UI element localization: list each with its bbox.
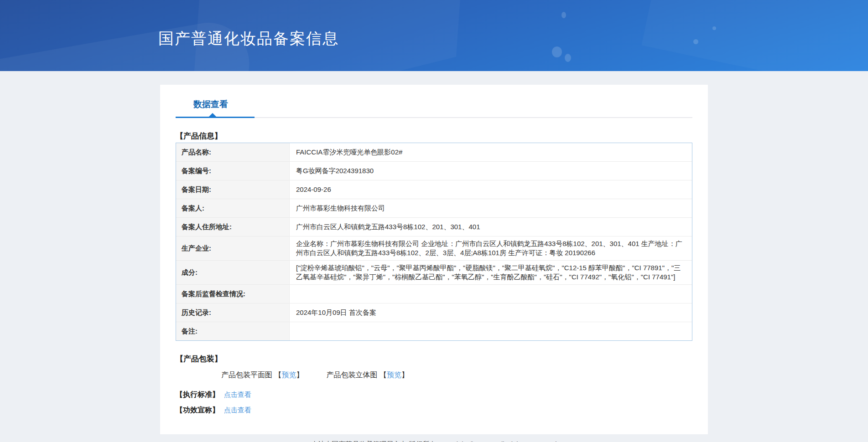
table-row: 备案后监督检查情况: <box>176 284 692 303</box>
row-label: 备注: <box>176 322 289 340</box>
bracket-close: 】 <box>296 371 303 379</box>
table-row: 备案人: 广州市慕彩生物科技有限公司 <box>176 199 692 217</box>
table-row: 备注: <box>176 322 692 340</box>
footer-text: 本站由国家药品监督管理局主办 版权所有 Copyright © NMPA All… <box>311 440 556 442</box>
stereo-packaging-label: 产品包装立体图 <box>326 371 377 379</box>
row-label: 备案人住所地址: <box>176 218 289 236</box>
bracket-close: 】 <box>401 371 409 379</box>
table-row: 备案人住所地址: 广州市白云区人和镇鹤龙五路433号8栋102、201、301、… <box>176 217 692 236</box>
page-title: 国产普通化妆品备案信息 <box>158 28 339 49</box>
bracket-open: 【 <box>274 371 281 379</box>
row-value: FAICCIA霏汐米兜哑光单色眼影02# <box>289 143 692 161</box>
table-row: 产品名称: FAICCIA霏汐米兜哑光单色眼影02# <box>176 143 692 161</box>
row-value: 企业名称：广州市慕彩生物科技有限公司 企业地址：广州市白云区人和镇鹤龙五路433… <box>289 236 692 260</box>
header-decoration-dot <box>565 54 571 62</box>
stereo-packaging-preview-link[interactable]: 预览 <box>387 371 401 379</box>
product-info-table: 产品名称: FAICCIA霏汐米兜哑光单色眼影02# 备案编号: 粤G妆网备字2… <box>176 143 692 341</box>
row-value: 广州市慕彩生物科技有限公司 <box>289 199 692 217</box>
efficacy-claim-view-link[interactable]: 点击查看 <box>224 406 251 415</box>
row-value: ["淀粉辛烯基琥珀酸铝"，"云母"，"聚甲基丙烯酸甲酯"，"硬脂酸镁"，"聚二甲… <box>289 261 692 284</box>
efficacy-claim-title: 【功效宣称】 <box>176 406 219 415</box>
row-label: 备案编号: <box>176 162 289 180</box>
exec-standard-row: 【执行标准】 点击查看 <box>176 390 692 400</box>
row-value: 广州市白云区人和镇鹤龙五路433号8栋102、201、301、401 <box>289 218 692 236</box>
tab-active-arrow-icon <box>208 113 217 117</box>
row-value <box>289 285 692 303</box>
section-product-info-title: 【产品信息】 <box>176 131 692 141</box>
flat-packaging-preview-link[interactable]: 预览 <box>281 371 296 379</box>
table-row: 备案日期: 2024-09-26 <box>176 180 692 199</box>
row-label: 生产企业: <box>176 236 289 260</box>
tab-underline <box>176 117 692 118</box>
bracket-open: 【 <box>379 371 387 379</box>
table-row: 成分: ["淀粉辛烯基琥珀酸铝"，"云母"，"聚甲基丙烯酸甲酯"，"硬脂酸镁"，… <box>176 260 692 284</box>
header-decoration-band <box>641 0 868 71</box>
header-decoration-dot <box>552 46 562 57</box>
exec-standard-title: 【执行标准】 <box>176 390 219 400</box>
page-footer: 本站由国家药品监督管理局主办 版权所有 Copyright © NMPA All… <box>0 440 868 442</box>
row-value: 2024年10月09日 首次备案 <box>289 303 692 322</box>
row-label: 备案日期: <box>176 180 289 199</box>
flat-packaging-group: 产品包装平面图 【预览】 <box>221 370 303 380</box>
row-value: 粤G妆网备字2024391830 <box>289 162 692 180</box>
table-row: 备案编号: 粤G妆网备字2024391830 <box>176 161 692 180</box>
content-card: 数据查看 【产品信息】 产品名称: FAICCIA霏汐米兜哑光单色眼影02# 备… <box>160 85 708 434</box>
tab-bar: 数据查看 <box>176 85 692 118</box>
packaging-links-row: 产品包装平面图 【预览】 产品包装立体图 【预览】 <box>221 370 692 380</box>
header-decoration-dot <box>712 26 716 30</box>
row-label: 成分: <box>176 261 289 284</box>
efficacy-claim-row: 【功效宣称】 点击查看 <box>176 406 692 415</box>
row-label: 产品名称: <box>176 143 289 161</box>
row-value: 2024-09-26 <box>289 180 692 199</box>
header-decoration-dot <box>693 39 698 44</box>
exec-standard-view-link[interactable]: 点击查看 <box>224 391 251 399</box>
flat-packaging-label: 产品包装平面图 <box>221 371 272 379</box>
row-value <box>289 322 692 340</box>
row-label: 备案后监督检查情况: <box>176 285 289 303</box>
row-label: 备案人: <box>176 199 289 217</box>
table-row: 生产企业: 企业名称：广州市慕彩生物科技有限公司 企业地址：广州市白云区人和镇鹤… <box>176 236 692 260</box>
stereo-packaging-group: 产品包装立体图 【预览】 <box>326 370 408 380</box>
section-packaging-title: 【产品包装】 <box>176 354 692 364</box>
page-header: 国产普通化妆品备案信息 <box>0 0 868 71</box>
table-row: 历史记录: 2024年10月09日 首次备案 <box>176 303 692 322</box>
row-label: 历史记录: <box>176 303 289 322</box>
header-decoration-dot <box>561 12 566 18</box>
